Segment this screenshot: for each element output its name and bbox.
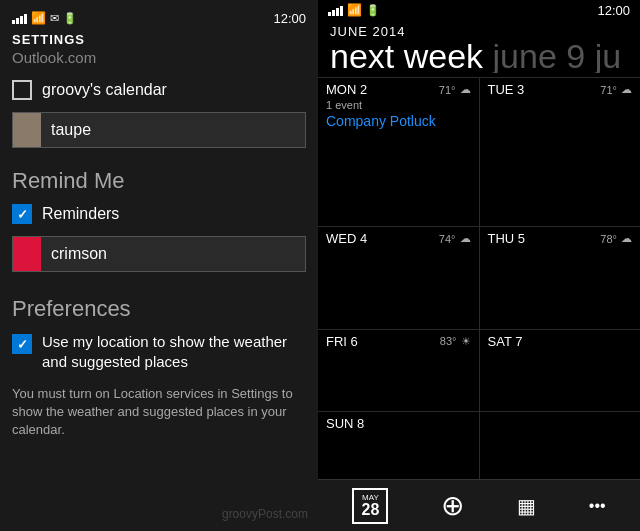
battery-icon: 🔋 bbox=[63, 12, 77, 25]
week-row-4: SUN 8 bbox=[318, 411, 640, 479]
more-icon: ••• bbox=[589, 498, 606, 514]
calendar-header: JUNE 2014 next week june 9 ju bbox=[318, 20, 640, 77]
location-checkbox[interactable] bbox=[12, 334, 32, 354]
temp-fri6: 83° bbox=[440, 335, 457, 347]
signal-bar-1 bbox=[12, 20, 15, 24]
cloud-icon-wed4: ☁ bbox=[460, 232, 471, 245]
day-name-thu5: THU 5 bbox=[488, 231, 526, 246]
week-row-2: WED 4 74° ☁ THU 5 78° ☁ bbox=[318, 226, 640, 328]
calendar-grid: MON 2 71° ☁ 1 event Company Potluck TUE … bbox=[318, 77, 640, 479]
taupe-swatch bbox=[13, 113, 41, 147]
right-signal-icon bbox=[328, 4, 343, 16]
day-header-sun8: SUN 8 bbox=[326, 416, 471, 431]
right-clock: 12:00 bbox=[597, 3, 630, 18]
day-cell-wed4[interactable]: WED 4 74° ☁ bbox=[318, 227, 480, 328]
day-name-sun8: SUN 8 bbox=[326, 416, 364, 431]
outlook-label: Outlook.com bbox=[12, 49, 306, 66]
date-label: june 9 ju bbox=[493, 39, 622, 73]
calendar-checkbox-row[interactable]: groovy's calendar bbox=[12, 80, 306, 100]
watermark: groovyPost.com bbox=[222, 507, 308, 521]
temp-thu5: 78° bbox=[600, 233, 617, 245]
crimson-color-row[interactable]: crimson bbox=[12, 236, 306, 272]
calendar-badge[interactable]: May 28 bbox=[352, 488, 388, 524]
reminders-checkbox[interactable] bbox=[12, 204, 32, 224]
day-cell-mon2[interactable]: MON 2 71° ☁ 1 event Company Potluck bbox=[318, 78, 480, 226]
day-header-wed4: WED 4 74° ☁ bbox=[326, 231, 471, 246]
badge-day: 28 bbox=[361, 502, 379, 518]
signal-bar-2 bbox=[16, 18, 19, 24]
week-label-text: next week bbox=[330, 39, 483, 73]
day-meta-tue3: 71° ☁ bbox=[600, 83, 632, 96]
day-name-wed4: WED 4 bbox=[326, 231, 367, 246]
right-wifi-icon: 📶 bbox=[347, 3, 362, 17]
week-label: next week june 9 ju bbox=[330, 39, 628, 73]
calendar-checkbox-label: groovy's calendar bbox=[42, 81, 167, 99]
clock: 12:00 bbox=[273, 11, 306, 26]
more-options-button[interactable]: ••• bbox=[581, 494, 614, 518]
day-header-fri6: FRI 6 83° ☀ bbox=[326, 334, 471, 349]
day-meta-fri6: 83° ☀ bbox=[440, 335, 471, 348]
grid-view-button[interactable]: ▦ bbox=[509, 492, 544, 520]
taupe-color-row[interactable]: taupe bbox=[12, 112, 306, 148]
day-cell-sat7[interactable]: SAT 7 bbox=[480, 330, 641, 411]
day-name-tue3: TUE 3 bbox=[488, 82, 525, 97]
crimson-label: crimson bbox=[41, 245, 107, 263]
day-cell-fri6[interactable]: FRI 6 83° ☀ bbox=[318, 330, 480, 411]
calendar-date-button[interactable]: May 28 bbox=[344, 484, 396, 528]
signal-bar-4 bbox=[24, 14, 27, 24]
day-header-mon2: MON 2 71° ☁ bbox=[326, 82, 471, 97]
right-battery-icon: 🔋 bbox=[366, 4, 380, 17]
time-display: 12:00 bbox=[273, 11, 306, 26]
signal-area: 📶 ✉ 🔋 bbox=[12, 11, 77, 25]
day-name-mon2: MON 2 bbox=[326, 82, 367, 97]
week-row-1: MON 2 71° ☁ 1 event Company Potluck TUE … bbox=[318, 77, 640, 226]
day-cell-empty bbox=[480, 412, 641, 479]
remind-me-title: Remind Me bbox=[12, 168, 306, 194]
wifi-icon: 📶 bbox=[31, 11, 46, 25]
bottom-toolbar: May 28 ⊕ ▦ ••• bbox=[318, 479, 640, 531]
day-cell-tue3[interactable]: TUE 3 71° ☁ bbox=[480, 78, 641, 226]
temp-wed4: 74° bbox=[439, 233, 456, 245]
settings-title: SETTINGS bbox=[12, 32, 306, 47]
add-event-button[interactable]: ⊕ bbox=[433, 488, 472, 524]
right-signal-area: 📶 🔋 bbox=[328, 3, 380, 17]
location-checkbox-row[interactable]: Use my location to show the weather and … bbox=[12, 332, 306, 371]
day-cell-thu5[interactable]: THU 5 78° ☁ bbox=[480, 227, 641, 328]
day-name-sat7: SAT 7 bbox=[488, 334, 523, 349]
day-meta-mon2: 71° ☁ bbox=[439, 83, 471, 96]
signal-bar-3 bbox=[20, 16, 23, 24]
cloud-icon-thu5: ☁ bbox=[621, 232, 632, 245]
status-bar-left: 📶 ✉ 🔋 12:00 bbox=[12, 8, 306, 28]
cloud-icon-mon2: ☁ bbox=[460, 83, 471, 96]
temp-tue3: 71° bbox=[600, 84, 617, 96]
reminders-label: Reminders bbox=[42, 205, 119, 223]
day-meta-wed4: 74° ☁ bbox=[439, 232, 471, 245]
status-bar-right: 📶 🔋 12:00 bbox=[318, 0, 640, 20]
day-header-thu5: THU 5 78° ☁ bbox=[488, 231, 633, 246]
location-note: You must turn on Location services in Se… bbox=[12, 385, 306, 440]
message-icon: ✉ bbox=[50, 12, 59, 25]
calendar-checkbox[interactable] bbox=[12, 80, 32, 100]
week-row-3: FRI 6 83° ☀ SAT 7 bbox=[318, 329, 640, 411]
calendar-panel: 📶 🔋 12:00 JUNE 2014 next week june 9 ju … bbox=[318, 0, 640, 531]
temp-mon2: 71° bbox=[439, 84, 456, 96]
settings-panel: 📶 ✉ 🔋 12:00 SETTINGS Outlook.com groovy'… bbox=[0, 0, 318, 531]
preferences-title: Preferences bbox=[12, 296, 306, 322]
event-count-mon2: 1 event bbox=[326, 99, 471, 111]
reminders-checkbox-row[interactable]: Reminders bbox=[12, 204, 306, 224]
month-year: JUNE 2014 bbox=[330, 24, 628, 39]
taupe-label: taupe bbox=[41, 121, 91, 139]
signal-icon bbox=[12, 12, 27, 24]
event-company-potluck[interactable]: Company Potluck bbox=[326, 113, 471, 129]
crimson-swatch bbox=[13, 237, 41, 271]
add-icon: ⊕ bbox=[441, 492, 464, 520]
day-header-sat7: SAT 7 bbox=[488, 334, 633, 349]
day-name-fri6: FRI 6 bbox=[326, 334, 358, 349]
location-label: Use my location to show the weather and … bbox=[42, 332, 306, 371]
day-cell-sun8[interactable]: SUN 8 bbox=[318, 412, 480, 479]
day-meta-thu5: 78° ☁ bbox=[600, 232, 632, 245]
cloud-icon-tue3: ☁ bbox=[621, 83, 632, 96]
day-header-tue3: TUE 3 71° ☁ bbox=[488, 82, 633, 97]
grid-icon: ▦ bbox=[517, 496, 536, 516]
sun-icon-fri6: ☀ bbox=[461, 335, 471, 348]
